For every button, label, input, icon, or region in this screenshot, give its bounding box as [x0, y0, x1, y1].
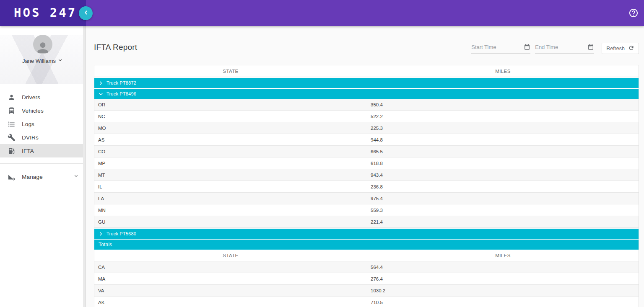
sidebar-item-ifta[interactable]: IFTA	[0, 144, 86, 157]
sidebar-item-label: DVIRs	[22, 134, 39, 141]
table-row: MP618.8	[94, 157, 639, 169]
sidebar-item-label: Vehicles	[22, 108, 44, 114]
brand-logo: HOS 247	[14, 5, 77, 20]
user-name: Jane Williams	[22, 58, 56, 64]
table-row: MO225.3	[94, 122, 639, 134]
truck-group-row[interactable]: Truck PT8872	[94, 77, 639, 88]
table-row: LA975.4	[94, 193, 639, 204]
miles-cell: 564.4	[367, 261, 639, 273]
sidebar-item-drivers[interactable]: Drivers	[0, 90, 86, 104]
sidebar: Jane Williams DriversVehiclesLogsDVIRsIF…	[0, 26, 86, 307]
totals-header-row: Totals	[94, 239, 639, 250]
state-cell: LA	[94, 193, 367, 204]
table-row: GU221.4	[94, 216, 639, 228]
state-cell: AK	[94, 297, 367, 307]
chevron-down-icon	[99, 92, 103, 96]
table-row: MT943.4	[94, 169, 639, 181]
chevron-down-icon	[73, 173, 79, 181]
sidebar-item-vehicles[interactable]: Vehicles	[0, 104, 86, 117]
chevron-right-icon	[99, 81, 103, 85]
state-cell: MT	[94, 169, 367, 181]
column-header-state: STATE	[94, 250, 367, 261]
column-header-miles: MILES	[367, 65, 639, 77]
truck-group-label: Truck PT8872	[106, 80, 136, 85]
chevron-right-icon	[99, 232, 103, 236]
calendar-icon[interactable]	[524, 44, 530, 50]
miles-cell: 221.4	[367, 216, 639, 227]
miles-cell: 943.4	[367, 169, 639, 181]
chevron-down-icon	[57, 57, 63, 64]
miles-cell: 350.4	[367, 99, 639, 110]
sidebar-nav: DriversVehiclesLogsDVIRsIFTA	[0, 90, 86, 157]
sidebar-item-label: IFTA	[22, 148, 34, 154]
start-time-input[interactable]	[471, 44, 524, 50]
state-cell: OR	[94, 99, 367, 110]
table-row: CA564.4	[94, 261, 639, 273]
state-cell: AS	[94, 134, 367, 145]
miles-cell: 975.4	[367, 193, 639, 204]
sidebar-item-label: Manage	[22, 174, 43, 180]
fuel-pump-icon	[7, 147, 16, 155]
truck-group-label: Truck PT5680	[106, 231, 136, 236]
sidebar-item-dvirs[interactable]: DVIRs	[0, 131, 86, 144]
miles-cell: 665.5	[367, 146, 639, 157]
miles-cell: 522.2	[367, 111, 639, 122]
miles-cell: 944.8	[367, 134, 639, 145]
column-header-state: STATE	[94, 65, 367, 77]
list-icon	[7, 120, 16, 128]
person-icon	[35, 40, 51, 54]
page-header: IFTA Report Refresh	[86, 26, 644, 65]
app-header: HOS 247	[0, 0, 644, 26]
state-cell: MP	[94, 157, 367, 169]
ifta-report-table: STATEMILESTruck PT8872Truck PT8496OR350.…	[94, 65, 639, 307]
calendar-icon[interactable]	[587, 44, 594, 50]
state-cell: MA	[94, 273, 367, 284]
end-time-field	[535, 44, 594, 54]
sidebar-item-logs[interactable]: Logs	[0, 117, 86, 131]
user-menu[interactable]: Jane Williams	[0, 57, 86, 64]
table-header-row: STATEMILES	[94, 65, 639, 77]
miles-cell: 710.5	[367, 297, 639, 307]
miles-cell: 236.8	[367, 181, 639, 192]
refresh-icon	[628, 45, 634, 52]
sidebar-collapse-button[interactable]	[79, 6, 93, 20]
end-time-input[interactable]	[535, 44, 587, 50]
sidebar-scrollbar[interactable]	[83, 26, 86, 307]
table-row: AS944.8	[94, 134, 639, 146]
wrench-icon	[7, 133, 16, 142]
refresh-button-label: Refresh	[606, 46, 625, 52]
table-row: AK710.5	[94, 297, 639, 307]
state-cell: VA	[94, 285, 367, 296]
table-row: NC522.2	[94, 111, 639, 122]
sidebar-item-label: Logs	[22, 121, 34, 127]
refresh-button[interactable]: Refresh	[602, 43, 639, 54]
table-row: CO665.5	[94, 146, 639, 157]
report-filters: Refresh	[471, 43, 639, 54]
truck-group-row[interactable]: Truck PT8496	[94, 88, 639, 99]
state-cell: GU	[94, 216, 367, 227]
miles-cell: 618.8	[367, 157, 639, 169]
chevron-left-icon	[83, 9, 89, 17]
miles-cell: 559.3	[367, 204, 639, 216]
sidebar-item-manage[interactable]: Manage	[0, 169, 86, 184]
truck-group-row[interactable]: Truck PT5680	[94, 228, 639, 239]
table-row: MA276.4	[94, 273, 639, 285]
state-cell: MN	[94, 204, 367, 216]
state-cell: NC	[94, 111, 367, 122]
table-row: VA1030.2	[94, 285, 639, 297]
miles-cell: 276.4	[367, 273, 639, 284]
avatar	[33, 35, 52, 54]
table-header-row: STATEMILES	[94, 250, 639, 261]
state-cell: CA	[94, 261, 367, 273]
table-row: IL236.8	[94, 181, 639, 193]
main-content: IFTA Report Refresh	[86, 26, 644, 307]
person-icon	[7, 93, 16, 101]
truck-group-label: Truck PT8496	[106, 91, 136, 96]
totals-label: Totals	[99, 242, 112, 248]
start-time-field	[471, 44, 530, 54]
state-cell: CO	[94, 146, 367, 157]
help-icon[interactable]	[628, 8, 639, 18]
state-cell: MO	[94, 122, 367, 134]
sidebar-item-label: Drivers	[22, 94, 40, 101]
miles-cell: 1030.2	[367, 285, 639, 296]
